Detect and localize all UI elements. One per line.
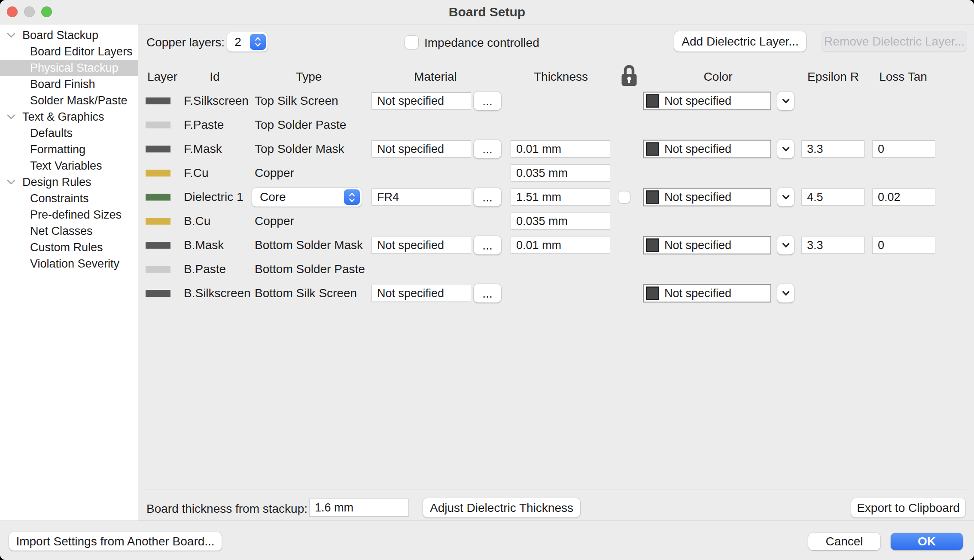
layer-id-label: F.Mask <box>184 142 222 156</box>
adjust-dielectric-thickness-button[interactable]: Adjust Dielectric Thickness <box>423 498 580 517</box>
header-epsilon-r: Epsilon R <box>807 70 859 84</box>
sidebar-item-violation-severity[interactable]: Violation Severity <box>0 256 138 272</box>
layer-type-label: Bottom Silk Screen <box>255 286 357 300</box>
color-dropdown-button[interactable] <box>777 92 794 110</box>
sidebar-item-label: Solder Mask/Paste <box>30 94 128 107</box>
layer-color-swatch <box>146 266 170 273</box>
color-combo[interactable]: Not specified <box>643 140 771 158</box>
sidebar-item-board-editor-layers[interactable]: Board Editor Layers <box>0 43 138 60</box>
zoom-window-button[interactable] <box>41 6 52 17</box>
sidebar-item-defaults[interactable]: Defaults <box>0 125 138 141</box>
material-browse-button[interactable]: ... <box>474 236 501 255</box>
thickness-input[interactable] <box>511 140 610 158</box>
dialog-action-bar: Import Settings from Another Board... Ca… <box>0 520 974 560</box>
cancel-button[interactable]: Cancel <box>808 533 880 550</box>
sidebar-item-label: Formatting <box>30 143 85 156</box>
thickness-input[interactable] <box>511 189 610 206</box>
color-dropdown-button[interactable] <box>777 140 794 158</box>
sidebar-item-design-rules[interactable]: Design Rules <box>0 174 138 190</box>
color-value-label: Not specified <box>664 239 731 252</box>
thickness-lock-checkbox[interactable] <box>618 192 630 203</box>
material-browse-button[interactable]: ... <box>474 284 501 303</box>
table-row: B.SilkscreenBottom Silk Screen...Not spe… <box>138 281 974 305</box>
color-combo[interactable]: Not specified <box>643 92 771 110</box>
sidebar-item-text-graphics[interactable]: Text & Graphics <box>0 109 138 125</box>
impedance-controlled-checkbox[interactable] <box>405 36 418 49</box>
updown-stepper-icon[interactable] <box>344 189 360 205</box>
header-type: Type <box>296 70 322 84</box>
copper-layers-label: Copper layers: <box>146 36 225 49</box>
copper-layers-select[interactable]: 2 <box>227 32 268 52</box>
chevron-down-icon[interactable] <box>6 114 16 120</box>
layer-color-swatch <box>146 290 170 297</box>
epsilon-r-input[interactable] <box>801 140 864 158</box>
thickness-input[interactable] <box>511 213 610 230</box>
close-window-button[interactable] <box>7 6 18 17</box>
epsilon-r-input[interactable] <box>801 189 864 206</box>
header-material: Material <box>414 70 457 84</box>
layer-type-value: Core <box>260 190 286 204</box>
header-color: Color <box>704 70 733 84</box>
sidebar-item-text-variables[interactable]: Text Variables <box>0 158 138 174</box>
board-setup-dialog: Board Setup Board StackupBoard Editor La… <box>0 0 974 560</box>
sidebar-item-net-classes[interactable]: Net Classes <box>0 223 138 239</box>
sidebar-item-board-stackup[interactable]: Board Stackup <box>0 27 138 43</box>
color-combo[interactable]: Not specified <box>643 188 771 207</box>
table-row: F.CuCopper <box>138 161 974 185</box>
chevron-down-icon[interactable] <box>6 179 16 185</box>
material-browse-button[interactable]: ... <box>474 188 501 207</box>
impedance-controlled-label: Impedance controlled <box>424 36 539 50</box>
material-input[interactable] <box>371 140 471 158</box>
layer-id-label: B.Paste <box>184 262 226 276</box>
sidebar-item-formatting[interactable]: Formatting <box>0 141 138 158</box>
header-thickness: Thickness <box>534 70 588 84</box>
layer-type-label: Copper <box>255 214 294 228</box>
chevron-down-icon <box>782 291 790 296</box>
layer-type-label: Bottom Solder Mask <box>255 238 363 252</box>
minimize-window-button <box>24 6 35 17</box>
epsilon-r-input[interactable] <box>801 237 864 254</box>
loss-tan-input[interactable] <box>872 140 935 158</box>
sidebar-item-pre-defined-sizes[interactable]: Pre-defined Sizes <box>0 207 138 223</box>
color-combo[interactable]: Not specified <box>643 236 771 255</box>
material-browse-button[interactable]: ... <box>474 140 501 158</box>
add-dielectric-layer-button[interactable]: Add Dielectric Layer... <box>674 31 806 52</box>
color-combo[interactable]: Not specified <box>643 284 771 303</box>
layer-id-label: B.Silkscreen <box>184 286 251 300</box>
color-dropdown-button[interactable] <box>777 284 794 303</box>
layer-id-label: F.Silkscreen <box>184 94 249 108</box>
material-input[interactable] <box>371 285 471 302</box>
title-bar: Board Setup <box>0 0 974 24</box>
thickness-input[interactable] <box>511 164 610 182</box>
ok-button[interactable]: OK <box>891 533 963 550</box>
layer-color-swatch <box>146 97 170 104</box>
dialog-title: Board Setup <box>449 5 525 19</box>
sidebar-item-solder-mask-paste[interactable]: Solder Mask/Paste <box>0 92 138 109</box>
sidebar-item-constraints[interactable]: Constraints <box>0 190 138 207</box>
material-input[interactable] <box>371 92 471 110</box>
thickness-input[interactable] <box>511 237 610 254</box>
updown-stepper-icon[interactable] <box>250 34 266 50</box>
material-browse-button[interactable]: ... <box>474 92 501 110</box>
board-thickness-input[interactable] <box>309 499 409 517</box>
sidebar-item-label: Board Stackup <box>22 29 98 42</box>
material-input[interactable] <box>371 237 471 254</box>
layer-color-swatch <box>146 242 170 249</box>
color-swatch <box>646 143 659 156</box>
material-input[interactable] <box>371 189 471 206</box>
loss-tan-input[interactable] <box>872 189 935 206</box>
loss-tan-input[interactable] <box>872 237 935 254</box>
color-swatch <box>646 287 659 300</box>
chevron-down-icon[interactable] <box>6 32 16 38</box>
export-to-clipboard-button[interactable]: Export to Clipboard <box>851 498 965 517</box>
layer-type-label: Bottom Solder Paste <box>255 262 365 276</box>
layer-type-select[interactable]: Core <box>252 188 362 207</box>
color-dropdown-button[interactable] <box>777 236 794 255</box>
sidebar-item-label: Text & Graphics <box>22 110 104 124</box>
sidebar-item-custom-rules[interactable]: Custom Rules <box>0 239 138 256</box>
layer-color-swatch <box>146 170 170 177</box>
sidebar-item-board-finish[interactable]: Board Finish <box>0 76 138 92</box>
sidebar-item-physical-stackup[interactable]: Physical Stackup <box>0 60 138 76</box>
import-settings-button[interactable]: Import Settings from Another Board... <box>9 532 222 551</box>
color-dropdown-button[interactable] <box>777 188 794 207</box>
